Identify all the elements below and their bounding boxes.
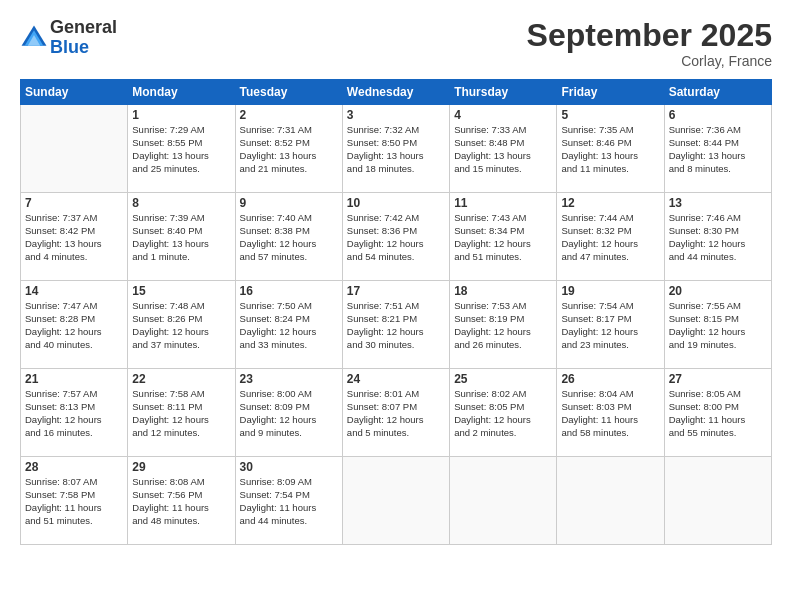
calendar-cell: 7Sunrise: 7:37 AM Sunset: 8:42 PM Daylig…	[21, 193, 128, 281]
day-number: 8	[132, 196, 230, 210]
calendar-cell: 24Sunrise: 8:01 AM Sunset: 8:07 PM Dayli…	[342, 369, 449, 457]
calendar-cell: 23Sunrise: 8:00 AM Sunset: 8:09 PM Dayli…	[235, 369, 342, 457]
day-info: Sunrise: 7:32 AM Sunset: 8:50 PM Dayligh…	[347, 124, 445, 175]
day-number: 6	[669, 108, 767, 122]
calendar-cell: 14Sunrise: 7:47 AM Sunset: 8:28 PM Dayli…	[21, 281, 128, 369]
calendar-cell: 27Sunrise: 8:05 AM Sunset: 8:00 PM Dayli…	[664, 369, 771, 457]
calendar-cell: 4Sunrise: 7:33 AM Sunset: 8:48 PM Daylig…	[450, 105, 557, 193]
day-number: 2	[240, 108, 338, 122]
day-number: 24	[347, 372, 445, 386]
calendar-cell: 21Sunrise: 7:57 AM Sunset: 8:13 PM Dayli…	[21, 369, 128, 457]
day-number: 11	[454, 196, 552, 210]
col-header-saturday: Saturday	[664, 80, 771, 105]
col-header-tuesday: Tuesday	[235, 80, 342, 105]
header: General Blue September 2025 Corlay, Fran…	[20, 18, 772, 69]
calendar-cell	[342, 457, 449, 545]
day-info: Sunrise: 8:09 AM Sunset: 7:54 PM Dayligh…	[240, 476, 338, 527]
day-number: 13	[669, 196, 767, 210]
calendar-cell: 11Sunrise: 7:43 AM Sunset: 8:34 PM Dayli…	[450, 193, 557, 281]
calendar-cell: 9Sunrise: 7:40 AM Sunset: 8:38 PM Daylig…	[235, 193, 342, 281]
calendar-table: SundayMondayTuesdayWednesdayThursdayFrid…	[20, 79, 772, 545]
calendar-cell: 26Sunrise: 8:04 AM Sunset: 8:03 PM Dayli…	[557, 369, 664, 457]
logo-general-text: General	[50, 17, 117, 37]
month-title: September 2025	[527, 18, 772, 53]
calendar-cell: 1Sunrise: 7:29 AM Sunset: 8:55 PM Daylig…	[128, 105, 235, 193]
day-info: Sunrise: 7:48 AM Sunset: 8:26 PM Dayligh…	[132, 300, 230, 351]
logo-icon	[20, 24, 48, 52]
calendar-week-2: 7Sunrise: 7:37 AM Sunset: 8:42 PM Daylig…	[21, 193, 772, 281]
day-number: 27	[669, 372, 767, 386]
day-info: Sunrise: 8:05 AM Sunset: 8:00 PM Dayligh…	[669, 388, 767, 439]
day-info: Sunrise: 7:54 AM Sunset: 8:17 PM Dayligh…	[561, 300, 659, 351]
day-number: 23	[240, 372, 338, 386]
calendar-header-row: SundayMondayTuesdayWednesdayThursdayFrid…	[21, 80, 772, 105]
location: Corlay, France	[527, 53, 772, 69]
day-number: 1	[132, 108, 230, 122]
day-info: Sunrise: 7:51 AM Sunset: 8:21 PM Dayligh…	[347, 300, 445, 351]
calendar-cell: 30Sunrise: 8:09 AM Sunset: 7:54 PM Dayli…	[235, 457, 342, 545]
day-number: 12	[561, 196, 659, 210]
calendar-week-4: 21Sunrise: 7:57 AM Sunset: 8:13 PM Dayli…	[21, 369, 772, 457]
calendar-cell: 20Sunrise: 7:55 AM Sunset: 8:15 PM Dayli…	[664, 281, 771, 369]
day-info: Sunrise: 7:44 AM Sunset: 8:32 PM Dayligh…	[561, 212, 659, 263]
calendar-cell: 6Sunrise: 7:36 AM Sunset: 8:44 PM Daylig…	[664, 105, 771, 193]
day-number: 19	[561, 284, 659, 298]
day-info: Sunrise: 7:31 AM Sunset: 8:52 PM Dayligh…	[240, 124, 338, 175]
day-info: Sunrise: 8:08 AM Sunset: 7:56 PM Dayligh…	[132, 476, 230, 527]
logo-blue-text: Blue	[50, 37, 89, 57]
day-number: 25	[454, 372, 552, 386]
day-info: Sunrise: 7:53 AM Sunset: 8:19 PM Dayligh…	[454, 300, 552, 351]
logo: General Blue	[20, 18, 117, 58]
calendar-cell	[557, 457, 664, 545]
calendar-cell: 5Sunrise: 7:35 AM Sunset: 8:46 PM Daylig…	[557, 105, 664, 193]
day-info: Sunrise: 8:04 AM Sunset: 8:03 PM Dayligh…	[561, 388, 659, 439]
day-number: 22	[132, 372, 230, 386]
calendar-week-1: 1Sunrise: 7:29 AM Sunset: 8:55 PM Daylig…	[21, 105, 772, 193]
day-number: 17	[347, 284, 445, 298]
day-info: Sunrise: 7:36 AM Sunset: 8:44 PM Dayligh…	[669, 124, 767, 175]
calendar-cell: 3Sunrise: 7:32 AM Sunset: 8:50 PM Daylig…	[342, 105, 449, 193]
calendar-week-3: 14Sunrise: 7:47 AM Sunset: 8:28 PM Dayli…	[21, 281, 772, 369]
day-info: Sunrise: 8:02 AM Sunset: 8:05 PM Dayligh…	[454, 388, 552, 439]
day-info: Sunrise: 8:01 AM Sunset: 8:07 PM Dayligh…	[347, 388, 445, 439]
day-info: Sunrise: 7:55 AM Sunset: 8:15 PM Dayligh…	[669, 300, 767, 351]
page: General Blue September 2025 Corlay, Fran…	[0, 0, 792, 612]
calendar-cell: 8Sunrise: 7:39 AM Sunset: 8:40 PM Daylig…	[128, 193, 235, 281]
calendar-cell: 13Sunrise: 7:46 AM Sunset: 8:30 PM Dayli…	[664, 193, 771, 281]
day-number: 7	[25, 196, 123, 210]
calendar-cell: 28Sunrise: 8:07 AM Sunset: 7:58 PM Dayli…	[21, 457, 128, 545]
col-header-friday: Friday	[557, 80, 664, 105]
calendar-cell: 17Sunrise: 7:51 AM Sunset: 8:21 PM Dayli…	[342, 281, 449, 369]
col-header-monday: Monday	[128, 80, 235, 105]
day-number: 16	[240, 284, 338, 298]
day-info: Sunrise: 7:50 AM Sunset: 8:24 PM Dayligh…	[240, 300, 338, 351]
calendar-cell: 22Sunrise: 7:58 AM Sunset: 8:11 PM Dayli…	[128, 369, 235, 457]
day-info: Sunrise: 7:57 AM Sunset: 8:13 PM Dayligh…	[25, 388, 123, 439]
day-number: 30	[240, 460, 338, 474]
calendar-cell: 2Sunrise: 7:31 AM Sunset: 8:52 PM Daylig…	[235, 105, 342, 193]
day-info: Sunrise: 7:47 AM Sunset: 8:28 PM Dayligh…	[25, 300, 123, 351]
calendar-week-5: 28Sunrise: 8:07 AM Sunset: 7:58 PM Dayli…	[21, 457, 772, 545]
day-number: 9	[240, 196, 338, 210]
calendar-cell: 19Sunrise: 7:54 AM Sunset: 8:17 PM Dayli…	[557, 281, 664, 369]
day-number: 15	[132, 284, 230, 298]
title-block: September 2025 Corlay, France	[527, 18, 772, 69]
calendar-cell	[664, 457, 771, 545]
day-info: Sunrise: 7:29 AM Sunset: 8:55 PM Dayligh…	[132, 124, 230, 175]
day-number: 3	[347, 108, 445, 122]
day-info: Sunrise: 7:37 AM Sunset: 8:42 PM Dayligh…	[25, 212, 123, 263]
calendar-cell: 12Sunrise: 7:44 AM Sunset: 8:32 PM Dayli…	[557, 193, 664, 281]
col-header-thursday: Thursday	[450, 80, 557, 105]
col-header-sunday: Sunday	[21, 80, 128, 105]
calendar-cell	[450, 457, 557, 545]
day-info: Sunrise: 7:35 AM Sunset: 8:46 PM Dayligh…	[561, 124, 659, 175]
day-number: 21	[25, 372, 123, 386]
day-info: Sunrise: 7:40 AM Sunset: 8:38 PM Dayligh…	[240, 212, 338, 263]
calendar-cell: 25Sunrise: 8:02 AM Sunset: 8:05 PM Dayli…	[450, 369, 557, 457]
day-info: Sunrise: 7:42 AM Sunset: 8:36 PM Dayligh…	[347, 212, 445, 263]
calendar-cell: 16Sunrise: 7:50 AM Sunset: 8:24 PM Dayli…	[235, 281, 342, 369]
day-info: Sunrise: 7:58 AM Sunset: 8:11 PM Dayligh…	[132, 388, 230, 439]
day-number: 4	[454, 108, 552, 122]
day-number: 20	[669, 284, 767, 298]
calendar-cell: 18Sunrise: 7:53 AM Sunset: 8:19 PM Dayli…	[450, 281, 557, 369]
